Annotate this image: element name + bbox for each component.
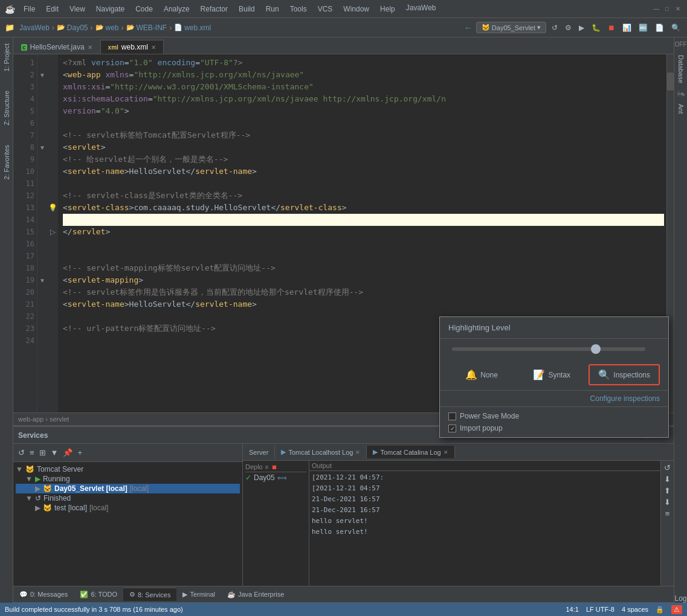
add-icon[interactable]: + [76, 448, 83, 458]
tree-item-test[interactable]: ▶ 🐱 test [local] [local] [16, 503, 240, 513]
breadcrumb-web[interactable]: 📂 web [95, 24, 119, 32]
translate-icon[interactable]: 🔤 [637, 22, 650, 33]
tree-item-running[interactable]: ▼ ▶ Running [16, 474, 240, 484]
log-tab-catalina[interactable]: ▶ Tomcat Catalina Log ✕ [367, 446, 454, 458]
import-popup-checkbox-row[interactable]: ✓ Import popup [448, 424, 660, 432]
hl-option-none[interactable]: 🔔 None [448, 365, 515, 384]
menu-run[interactable]: Run [261, 4, 284, 14]
fold-icon-19[interactable]: ▼ [37, 274, 47, 286]
refresh-button[interactable]: ↺ [17, 448, 26, 458]
code-line-20: <!-- servlet标签作用是告诉服务器，当前配置的地址给那个servlet… [63, 286, 664, 298]
javaweb-label: JavaWeb [19, 24, 50, 32]
maximize-button[interactable]: □ [663, 5, 671, 13]
bottom-tab-messages[interactable]: 💬 0: Messages [13, 588, 74, 601]
hl-option-syntax[interactable]: 📝 Syntax [518, 365, 585, 384]
webinf-label: WEB-INF [137, 24, 167, 32]
arrow-back-icon[interactable]: ← [464, 23, 473, 33]
log-action-2[interactable]: ⬇ [664, 475, 671, 484]
bulb-icon-13[interactable]: 💡 [47, 202, 58, 214]
tab-helloservlet[interactable]: c HelloServlet.java ✕ [13, 40, 100, 54]
log-scroll-icon[interactable]: ≡ [665, 509, 670, 518]
breadcrumb-webxml[interactable]: 📄 web.xml [174, 24, 211, 32]
menu-build[interactable]: Build [234, 4, 260, 14]
menu-bar: File Edit View Navigate Code Analyze Ref… [19, 4, 652, 14]
cursor-position[interactable]: 14:1 [566, 606, 578, 613]
menu-file[interactable]: File [19, 4, 40, 14]
run-config-button[interactable]: 🐱 Day05_Servlet ▾ [476, 22, 546, 33]
log-action-1[interactable]: ↺ [664, 463, 671, 472]
web-folder-icon: 📂 [95, 24, 104, 31]
configure-inspections-link[interactable]: Configure inspections [590, 394, 660, 403]
highlighting-slider-thumb[interactable] [591, 344, 601, 354]
menu-tools[interactable]: Tools [285, 4, 312, 14]
menu-code[interactable]: Code [131, 4, 158, 14]
breadcrumb-webinf[interactable]: 📂 WEB-INF [126, 24, 167, 32]
coverage-icon[interactable]: 📊 [621, 22, 633, 33]
highlighting-slider-track[interactable] [452, 347, 645, 351]
deploy-arrow-icon[interactable]: ⟺ [277, 474, 287, 482]
fold-icon-2[interactable]: ▼ [37, 69, 47, 81]
build-icon[interactable]: ⚙ [563, 22, 573, 33]
messages-icon: 💬 [19, 591, 28, 598]
log-action-4[interactable]: ⬇ [664, 498, 671, 507]
menu-window[interactable]: Window [338, 4, 374, 14]
log-panel-label[interactable]: Log [674, 594, 686, 603]
output-header: Output [309, 461, 660, 471]
indent-info[interactable]: 4 spaces [622, 606, 648, 613]
scrollbar-thumb[interactable] [667, 72, 674, 91]
log-tab-server[interactable]: Server [243, 446, 275, 458]
expand-all-icon[interactable]: ≡ [28, 448, 36, 458]
fold-icon-8[interactable]: ▼ [37, 141, 47, 153]
menu-vcs[interactable]: VCS [313, 4, 338, 14]
refresh-icon[interactable]: ↺ [550, 22, 560, 33]
ant-panel-label[interactable]: Ant [677, 100, 685, 118]
menu-refactor[interactable]: Refactor [196, 4, 233, 14]
search-icon[interactable]: 🔍 [669, 22, 682, 33]
hl-option-inspections[interactable]: 🔍 Inspections [589, 364, 660, 385]
filter-icon[interactable]: ▼ [50, 448, 60, 458]
tree-item-tomcat[interactable]: ▼ 🐱 Tomcat Server [16, 464, 240, 474]
menu-help[interactable]: Help [375, 4, 400, 14]
debug-icon[interactable]: 🐛 [590, 22, 602, 33]
services-toolbar: ↺ ≡ ⊞ ▼ 📌 + [13, 444, 242, 462]
power-save-checkbox[interactable] [448, 412, 456, 420]
minimize-button[interactable]: — [652, 5, 660, 13]
localhost-tab-close[interactable]: ✕ [355, 449, 360, 455]
import-popup-checkbox[interactable]: ✓ [448, 425, 456, 432]
breadcrumb-day05[interactable]: 📂 Day05 [57, 24, 88, 32]
tab-helloservlet-close[interactable]: ✕ [88, 44, 92, 51]
menu-analyze[interactable]: Analyze [159, 4, 195, 14]
power-save-checkbox-row[interactable]: Power Save Mode [448, 412, 660, 420]
database-panel-label[interactable]: Database [677, 51, 685, 87]
bottom-tab-services[interactable]: ⚙ 8: Services [123, 588, 176, 601]
log-body: Deplo ≡ ⏹ ✓ Day05 ⟺ [243, 461, 674, 586]
new-icon[interactable]: 📄 [653, 22, 666, 33]
bottom-tab-terminal[interactable]: ▶ Terminal [176, 588, 221, 601]
ant-icon[interactable]: 🐜 [676, 89, 685, 98]
log-action-3[interactable]: ⬆ [664, 486, 671, 495]
favorites-panel-label[interactable]: 2: Favorites [3, 141, 10, 183]
tab-webxml-close[interactable]: ✕ [151, 44, 156, 51]
bottom-tab-todo[interactable]: ✅ 6: TODO [74, 588, 123, 601]
tree-item-finished[interactable]: ▼ ↺ Finished [16, 493, 240, 503]
hint-icon-15[interactable]: ▷ [47, 226, 58, 238]
structure-panel-label[interactable]: Z: Structure [3, 87, 10, 129]
log-tab-localhost[interactable]: ▶ Tomcat Localhost Log ✕ [275, 446, 367, 458]
project-panel-label[interactable]: 1: Project [3, 40, 10, 75]
line-endings[interactable]: LF UTF-8 [586, 606, 614, 613]
bottom-tab-java-enterprise[interactable]: ☕ Java Enterprise [221, 588, 290, 601]
dropdown-icon: ▾ [537, 24, 541, 31]
catalina-tab-close[interactable]: ✕ [443, 449, 448, 455]
close-button[interactable]: ✕ [674, 5, 682, 13]
tree-item-day05-servlet[interactable]: ▶ 🐱 Day05_Servlet [local] [local] [16, 484, 240, 493]
pin-icon[interactable]: 📌 [62, 448, 74, 458]
tab-webxml[interactable]: xml web.xml ✕ [100, 40, 164, 54]
menu-navigate[interactable]: Navigate [91, 4, 129, 14]
stop-icon[interactable]: ⏹ [606, 22, 617, 33]
menu-view[interactable]: View [65, 4, 90, 14]
group-icon[interactable]: ⊞ [38, 448, 47, 458]
web-label: web [106, 24, 119, 32]
menu-edit[interactable]: Edit [41, 4, 63, 14]
breadcrumb-javaweb[interactable]: JavaWeb [19, 24, 50, 32]
run-icon[interactable]: ▶ [577, 22, 586, 33]
